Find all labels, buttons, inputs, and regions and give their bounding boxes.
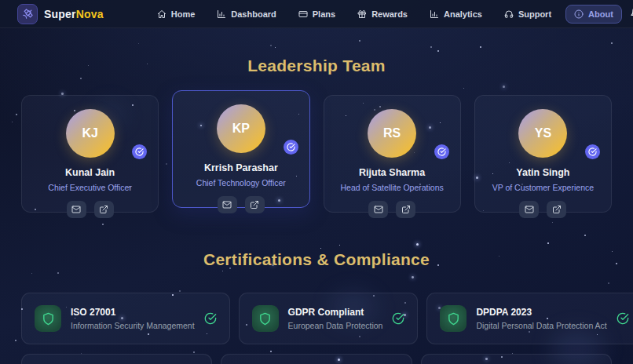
member-avatar: KJ [66, 109, 115, 158]
nav-item-about[interactable]: About [565, 5, 622, 24]
info-icon [574, 9, 584, 19]
nav-label: Home [171, 9, 196, 19]
mail-icon [222, 200, 232, 209]
shield-icon [440, 305, 467, 332]
partial-card [421, 354, 612, 364]
shield-icon [252, 305, 279, 332]
profile-link-button[interactable] [396, 201, 415, 218]
shield-icon [35, 305, 61, 332]
nav-label: Support [518, 9, 551, 19]
nav-label: Plans [313, 9, 335, 19]
cert-title: DPDPA 2023 [476, 307, 606, 318]
partial-card [21, 354, 212, 364]
cert-text: DPDPA 2023 Digital Personal Data Protect… [476, 307, 606, 330]
member-avatar: RS [368, 109, 416, 158]
member-actions [324, 201, 460, 218]
satellite-logo-icon [17, 4, 38, 24]
cert-card-dpdpa[interactable]: DPDPA 2023 Digital Personal Data Protect… [426, 293, 633, 344]
member-actions [22, 201, 158, 218]
external-link-icon [552, 205, 562, 214]
nav-item-dashboard[interactable]: Dashboard [209, 5, 284, 23]
cert-subtitle: Digital Personal Data Protection Act [476, 321, 606, 330]
email-button[interactable] [218, 196, 237, 213]
leadership-section-title: Leadership Team [0, 56, 633, 75]
external-link-icon [99, 205, 108, 214]
bar-chart-icon [430, 9, 439, 19]
nav-item-support[interactable]: Support [496, 5, 559, 23]
credit-card-icon [298, 9, 308, 19]
member-name: Kunal Jain [22, 167, 158, 178]
member-initials: YS [535, 126, 551, 140]
nav-label: Analytics [444, 9, 482, 19]
member-role: VP of Customer Experience [475, 183, 611, 192]
nav-item-home[interactable]: Home [149, 5, 203, 23]
member-card-yatin-singh[interactable]: YS Yatin Singh VP of Customer Experience [474, 95, 612, 213]
member-name: Yatin Singh [475, 167, 611, 178]
member-role: Head of Satellite Operations [324, 183, 460, 192]
cert-title: GDPR Compliant [288, 307, 383, 318]
main-nav: Home Dashboard Plans Rewards Analytics S… [149, 5, 622, 24]
cert-title: ISO 27001 [71, 307, 195, 318]
member-card-kunal-jain[interactable]: KJ Kunal Jain Chief Executive Officer [21, 95, 159, 213]
cert-subtitle: European Data Protection [288, 321, 383, 330]
cert-card-gdpr[interactable]: GDPR Compliant European Data Protection [239, 293, 419, 344]
cert-card-iso-27001[interactable]: ISO 27001 Information Security Managemen… [21, 293, 230, 344]
external-link-icon [250, 200, 259, 209]
member-initials: KP [232, 122, 250, 136]
brand[interactable]: SuperNova [17, 4, 104, 24]
verified-badge-icon [132, 144, 147, 159]
external-link-icon [401, 205, 411, 214]
nav-item-rewards[interactable]: Rewards [349, 5, 415, 23]
brand-name: SuperNova [44, 8, 104, 20]
member-name: Rijuta Sharma [324, 167, 460, 178]
home-icon [157, 9, 166, 19]
gift-icon [357, 9, 367, 19]
member-card-rijuta-sharma[interactable]: RS Rijuta Sharma Head of Satellite Opera… [324, 95, 461, 213]
member-name: Krrish Parashar [173, 162, 309, 173]
cert-text: ISO 27001 Information Security Managemen… [71, 307, 195, 330]
nav-item-plans[interactable]: Plans [291, 5, 343, 23]
member-card-krrish-parashar[interactable]: KP Krrish Parashar Chief Technology Offi… [172, 90, 309, 208]
brand-name-primary: Super [44, 8, 76, 20]
check-circle-icon [617, 312, 629, 325]
nav-label: Dashboard [231, 9, 276, 19]
profile-link-button[interactable] [94, 201, 114, 218]
member-initials: KJ [82, 126, 97, 140]
next-row-partial [21, 354, 612, 364]
email-button[interactable] [368, 201, 388, 218]
check-circle-icon [204, 312, 217, 325]
nav-item-analytics[interactable]: Analytics [422, 5, 490, 23]
email-button[interactable] [67, 201, 86, 218]
member-initials: RS [383, 126, 401, 140]
member-role: Chief Technology Officer [173, 178, 309, 187]
verified-badge-icon [284, 140, 298, 155]
navbar: SuperNova Home Dashboard Plans Rewards A… [0, 0, 633, 28]
profile-link-button[interactable] [547, 201, 566, 218]
check-circle-icon [392, 312, 404, 325]
member-avatar: YS [518, 109, 567, 158]
member-actions [475, 201, 611, 218]
brand-name-secondary: Nova [76, 8, 104, 20]
about-page: Leadership Team KJ Kunal Jain Chief Exec… [0, 56, 633, 364]
notification-bell-button[interactable]: 2 [630, 6, 633, 21]
verified-badge-icon [434, 144, 449, 159]
nav-label: About [588, 9, 613, 19]
navbar-right: 2 123 [630, 5, 633, 24]
bell-icon [630, 6, 633, 19]
cert-subtitle: Information Security Management [71, 321, 195, 330]
email-button[interactable] [519, 201, 539, 218]
partial-card [221, 354, 412, 364]
mail-icon [525, 205, 534, 214]
leadership-grid: KJ Kunal Jain Chief Executive Officer KP… [21, 95, 612, 213]
mail-icon [374, 205, 383, 214]
cert-text: GDPR Compliant European Data Protection [288, 307, 383, 330]
certifications-section-title: Certifications & Compliance [0, 250, 633, 269]
verified-badge-icon [585, 144, 600, 159]
bar-chart-icon [217, 9, 226, 19]
headphones-icon [504, 9, 514, 19]
member-avatar: KP [217, 104, 265, 153]
member-actions [173, 196, 309, 213]
mail-icon [71, 205, 81, 214]
certifications-grid: ISO 27001 Information Security Managemen… [21, 293, 612, 344]
profile-link-button[interactable] [245, 196, 265, 213]
